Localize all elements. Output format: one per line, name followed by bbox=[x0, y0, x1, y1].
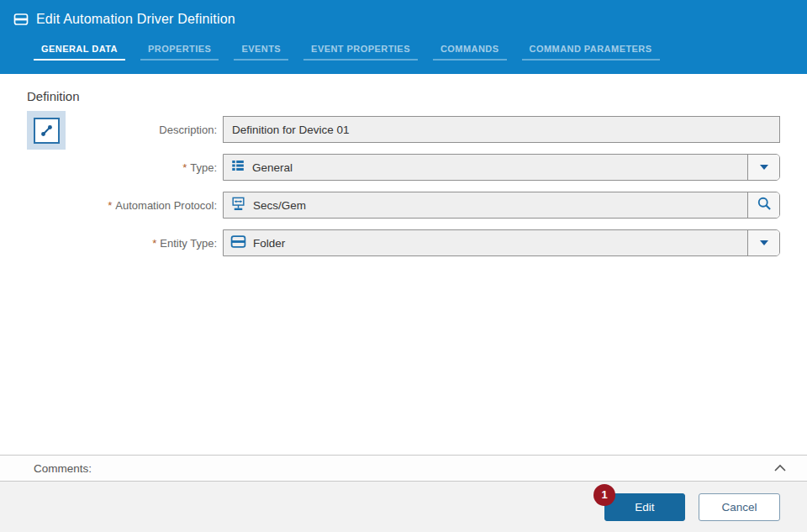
list-icon bbox=[230, 158, 245, 176]
driver-definition-thumbnail bbox=[27, 111, 66, 150]
edit-automation-driver-definition-window: Edit Automation Driver Definition GENERA… bbox=[0, 0, 807, 532]
type-label: *Type: bbox=[0, 161, 223, 174]
collapse-comments-button[interactable] bbox=[773, 464, 787, 472]
network-icon bbox=[230, 196, 246, 215]
edit-button[interactable]: Edit bbox=[604, 493, 685, 521]
type-combobox[interactable]: General bbox=[223, 154, 780, 181]
comments-label: Comments: bbox=[34, 462, 92, 475]
tab-events[interactable]: EVENTS bbox=[234, 44, 288, 61]
description-row: Description: bbox=[0, 116, 807, 143]
tab-commands[interactable]: COMMANDS bbox=[433, 44, 507, 61]
entity-icon bbox=[13, 12, 29, 27]
entity-type-value: Folder bbox=[224, 230, 747, 255]
automation-protocol-value: Secs/Gem bbox=[224, 192, 747, 218]
tab-event-properties[interactable]: EVENT PROPERTIES bbox=[303, 44, 418, 61]
window-header: Edit Automation Driver Definition GENERA… bbox=[0, 0, 807, 74]
chevron-down-icon bbox=[760, 165, 768, 170]
title-bar: Edit Automation Driver Definition bbox=[0, 0, 807, 27]
type-value: General bbox=[224, 155, 747, 180]
required-marker: * bbox=[108, 199, 112, 212]
entity-type-row: *Entity Type: Folder bbox=[0, 229, 807, 256]
tab-properties[interactable]: PROPERTIES bbox=[140, 44, 219, 61]
chevron-up-icon bbox=[773, 464, 787, 472]
automation-protocol-picker[interactable]: Secs/Gem bbox=[223, 192, 780, 219]
required-marker: * bbox=[152, 237, 156, 250]
tab-command-parameters[interactable]: COMMAND PARAMETERS bbox=[522, 44, 660, 61]
footer-action-bar: Edit 1 Cancel bbox=[0, 482, 807, 532]
automation-protocol-label: *Automation Protocol: bbox=[0, 199, 223, 212]
folder-icon bbox=[230, 234, 246, 253]
comments-section: Comments: bbox=[0, 455, 807, 482]
tab-bar: GENERAL DATA PROPERTIES EVENTS EVENT PRO… bbox=[34, 44, 807, 74]
main-content: Definition Description: * bbox=[0, 74, 807, 256]
entity-type-label: *Entity Type: bbox=[0, 237, 223, 250]
section-title-definition: Definition bbox=[27, 89, 807, 103]
search-icon bbox=[756, 195, 773, 215]
type-dropdown-button[interactable] bbox=[747, 155, 779, 180]
tab-general-data[interactable]: GENERAL DATA bbox=[34, 44, 125, 61]
type-row: *Type: bbox=[0, 154, 807, 181]
automation-protocol-row: *Automation Protocol: bbox=[0, 192, 807, 219]
automation-protocol-search-button[interactable] bbox=[747, 192, 779, 218]
chevron-down-icon bbox=[760, 240, 768, 245]
entity-type-combobox[interactable]: Folder bbox=[223, 229, 780, 256]
entity-type-dropdown-button[interactable] bbox=[747, 230, 779, 255]
description-input[interactable] bbox=[223, 116, 780, 143]
definition-form: Description: *Type: bbox=[0, 116, 807, 256]
connection-icon bbox=[34, 118, 60, 144]
required-marker: * bbox=[182, 161, 187, 174]
page-title: Edit Automation Driver Definition bbox=[36, 12, 235, 27]
cancel-button[interactable]: Cancel bbox=[699, 493, 780, 521]
